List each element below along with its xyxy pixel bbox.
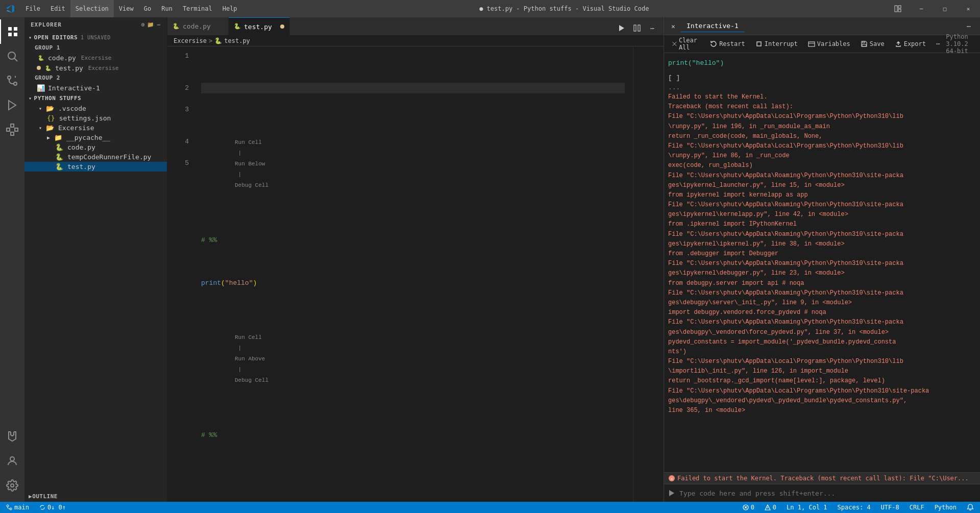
- run-debug-icon[interactable]: [0, 93, 24, 117]
- code-line-5[interactable]: ​: [201, 473, 625, 483]
- menu-file[interactable]: File: [20, 0, 45, 17]
- more-actions-icon[interactable]: ⋯: [157, 21, 161, 28]
- code-line-4[interactable]: # %%: [201, 430, 625, 441]
- tree-settings-json[interactable]: {} settings.json: [24, 113, 167, 123]
- open-editors-section[interactable]: ▾ OPEN EDITORS 1 Unsaved: [24, 32, 167, 43]
- testing-icon[interactable]: [0, 424, 24, 449]
- interactive-actions-bar: Clear All Restart Interrupt Variables Sa…: [664, 35, 980, 53]
- run-input-icon[interactable]: [668, 490, 675, 497]
- tree-code-py[interactable]: 🐍 code.py: [24, 142, 167, 152]
- open-editor-code-py[interactable]: 🐍 code.py Excersise: [24, 53, 167, 63]
- interrupt-button[interactable]: Interrupt: [751, 39, 802, 48]
- menu-edit[interactable]: Edit: [45, 0, 70, 17]
- restart-button[interactable]: Restart: [706, 39, 749, 48]
- export-button[interactable]: Export: [891, 39, 930, 48]
- group1-label: Group 1: [24, 43, 167, 53]
- line-ending-item[interactable]: CRLF: [908, 504, 926, 511]
- new-file-icon[interactable]: ⊕: [141, 21, 145, 28]
- variables-button[interactable]: Variables: [804, 39, 854, 48]
- interactive-code-input[interactable]: [679, 490, 976, 497]
- output-more: ...: [668, 83, 976, 92]
- outline-section[interactable]: ▶ Outline: [24, 491, 167, 502]
- errors-item[interactable]: 0: [741, 504, 756, 511]
- cursor-item[interactable]: Ln 1, Col 1: [785, 504, 829, 511]
- notification-icon: [967, 504, 974, 511]
- interactive-close-button[interactable]: ✕: [668, 21, 678, 31]
- folder-open-icon-2: 📂: [46, 124, 54, 132]
- git-branch-item[interactable]: main: [4, 504, 31, 511]
- menu-view[interactable]: View: [114, 0, 139, 17]
- search-icon[interactable]: [0, 44, 24, 68]
- code-line-1[interactable]: ​: [201, 83, 625, 93]
- close-button[interactable]: ✕: [957, 0, 980, 17]
- breadcrumb-file[interactable]: test.py: [224, 37, 250, 44]
- debug-cell-2[interactable]: Debug Cell: [235, 377, 268, 383]
- interactive-more-button[interactable]: ⋯: [962, 19, 976, 33]
- new-folder-icon[interactable]: 📁: [147, 21, 155, 28]
- sidebar-header-icons: ⊕ 📁 ⋯: [141, 21, 161, 28]
- svg-marker-26: [669, 490, 674, 496]
- layout-button[interactable]: [886, 0, 910, 17]
- menu-help[interactable]: Help: [217, 0, 242, 17]
- encoding-item[interactable]: UTF-8: [879, 504, 901, 511]
- tabs-bar: 🐍 code.py ✕ 🐍 test.py ⋯: [167, 17, 664, 35]
- tree-excersise[interactable]: ▾ 📂 Excersise: [24, 123, 167, 133]
- more-actions-button[interactable]: ⋯: [645, 21, 659, 35]
- menu-go[interactable]: Go: [139, 0, 156, 17]
- tree-pycache[interactable]: ▶ 📁 __pycache__: [24, 133, 167, 142]
- code-content[interactable]: ​ Run Cell | Run Below | Debug Cell # %%…: [193, 46, 633, 502]
- open-editor-interactive[interactable]: 📊 Interactive-1: [24, 83, 167, 93]
- language-item[interactable]: Python: [933, 504, 959, 511]
- status-bar-left: main 0↓ 0↑: [4, 504, 68, 511]
- tab-test-py[interactable]: 🐍 test.py: [229, 17, 290, 35]
- traceback-line-23: ges\debugpy\_vendored\force_pydevd.py", …: [668, 328, 976, 337]
- minimize-button[interactable]: ─: [910, 0, 933, 17]
- explorer-icon[interactable]: [0, 19, 24, 44]
- code-line-2[interactable]: # %%: [201, 235, 625, 246]
- menu-run[interactable]: Run: [156, 0, 178, 17]
- menu-selection[interactable]: Selection: [70, 0, 114, 17]
- svg-point-13: [11, 484, 14, 487]
- extensions-icon[interactable]: [0, 117, 24, 142]
- traceback-line-14: ges\ipykernel\ipkernel.py", line 38, in …: [668, 239, 976, 249]
- indent-item[interactable]: Spaces: 4: [836, 504, 873, 511]
- sidebar-content: ▾ OPEN EDITORS 1 Unsaved Group 1 🐍 code.…: [24, 32, 167, 491]
- account-icon[interactable]: [0, 449, 24, 473]
- sidebar-header: Explorer ⊕ 📁 ⋯: [24, 17, 167, 32]
- notification-icon-item[interactable]: [965, 504, 976, 511]
- tab-code-py[interactable]: 🐍 code.py ✕: [167, 17, 229, 35]
- tree-test-py[interactable]: 🐍 test.py: [24, 162, 167, 172]
- open-editors-chevron: ▾: [29, 35, 32, 40]
- sync-label: 0↓ 0↑: [47, 504, 66, 511]
- separator-2a: |: [235, 345, 245, 351]
- run-below-1[interactable]: Run Below: [235, 161, 265, 167]
- traceback-line-15: from .debugger import Debugger: [668, 249, 976, 259]
- interactive-content[interactable]: print("hello") [ ] ... Failed to start t…: [664, 53, 980, 472]
- menu-terminal[interactable]: Terminal: [178, 0, 217, 17]
- run-cell-2[interactable]: Run Cell: [235, 334, 262, 340]
- breadcrumb-excersise[interactable]: Excersise: [174, 37, 207, 44]
- split-editor-button[interactable]: [630, 21, 644, 35]
- debug-cell-1[interactable]: Debug Cell: [235, 182, 268, 188]
- tree-tempcode-py[interactable]: 🐍 tempCodeRunnerFile.py: [24, 152, 167, 162]
- restore-button[interactable]: □: [933, 0, 957, 17]
- save-button[interactable]: Save: [856, 39, 889, 48]
- group2-label: Group 2: [24, 73, 167, 83]
- run-cell-1[interactable]: Run Cell: [235, 139, 262, 145]
- code-line-3[interactable]: print("hello"): [201, 278, 625, 288]
- source-control-icon[interactable]: [0, 68, 24, 93]
- line2-comment: # %%: [201, 235, 217, 246]
- clear-all-button[interactable]: Clear All: [668, 36, 704, 52]
- traceback-line-29: File "C:\Users\phutv\AppData\Local\Progr…: [668, 386, 976, 396]
- sync-item[interactable]: 0↓ 0↑: [37, 504, 68, 511]
- settings-icon[interactable]: [0, 473, 24, 498]
- run-cell-button[interactable]: [615, 21, 629, 35]
- run-above-2[interactable]: Run Above: [235, 356, 265, 362]
- tree-vscode[interactable]: ▾ 📂 .vscode: [24, 104, 167, 113]
- interactive-more-actions[interactable]: ⋯: [932, 39, 944, 48]
- python-stuffs-section[interactable]: ▾ Python Stuffs: [24, 93, 167, 104]
- warnings-item[interactable]: 0: [763, 504, 778, 511]
- line-numbers: 1 2 3 4 5: [167, 46, 193, 502]
- open-editor-test-py[interactable]: 🐍 test.py Excersise: [24, 63, 167, 73]
- interactive-tab[interactable]: Interactive-1: [680, 20, 745, 32]
